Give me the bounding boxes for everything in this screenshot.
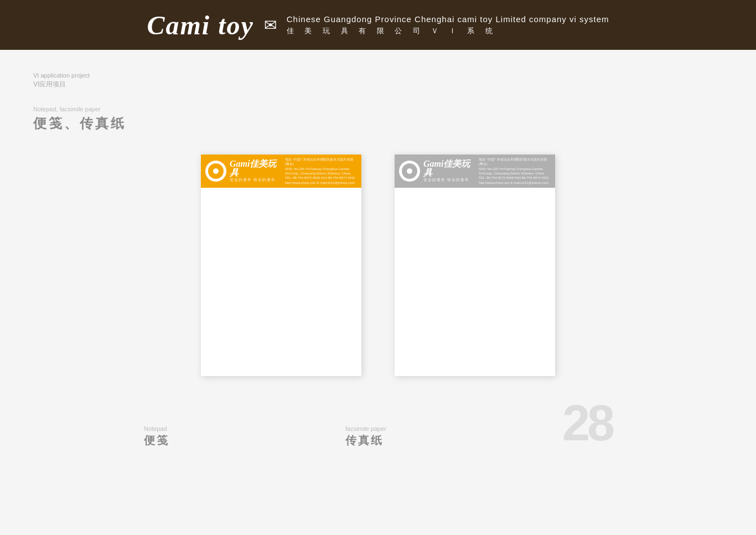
notepad-logo-inner <box>208 163 224 179</box>
page-number: 28 <box>562 398 612 448</box>
facsimile-logo-circle <box>399 161 420 182</box>
facsimile-caption-zh: 传真纸 <box>345 433 386 448</box>
brand-name: Cami toy <box>147 10 253 40</box>
notepad-title-en: Notepad, facsimile paper <box>33 106 723 112</box>
notepad-title-zh: 便笺、传真纸 <box>33 115 723 132</box>
notepad-section-title: Notepad, facsimile paper 便笺、传真纸 <box>33 106 723 132</box>
facsimile-contact: 地址: 中国广东省汕头市潮阳区新水大园天东领(舞台) ADD: No.220 Y… <box>479 157 551 185</box>
facsimile-document: Gami佳美玩具 安全的童年 快乐的童年 地址: 中国广东省汕头市潮阳区新水大园… <box>395 155 555 376</box>
documents-row: Gami佳美玩具 安全的童年 快乐的童年 地址: 中国广东省汕头市潮阳区新水大园… <box>33 155 723 376</box>
notepad-logo-dot <box>213 168 219 174</box>
facsimile-caption: facsimile paper 传真纸 <box>345 425 386 448</box>
header-text: Chinese Guangdong Province Chenghai cami… <box>287 14 609 36</box>
facsimile-brand-cami: Gami佳美玩具 <box>423 160 475 177</box>
facsimile-header: Gami佳美玩具 安全的童年 快乐的童年 地址: 中国广东省汕头市潮阳区新水大园… <box>395 155 555 188</box>
header-title-zh: 佳 美 玩 具 有 限 公 司 Ｖ Ｉ 系 统 <box>287 26 609 36</box>
facsimile-logo-inner <box>402 163 417 179</box>
header-title-en: Chinese Guangdong Province Chenghai cami… <box>287 14 609 24</box>
notepad-document: Gami佳美玩具 安全的童年 快乐的童年 地址: 中国广东省汕头市潮阳区新水大园… <box>201 155 361 376</box>
bottom-captions: Notepad 便笺 facsimile paper 传真纸 28 <box>33 398 723 448</box>
facsimile-logo-dot <box>407 168 412 174</box>
notepad-brand: Gami佳美玩具 安全的童年 快乐的童年 <box>230 160 282 183</box>
facsimile-paper: Gami佳美玩具 安全的童年 快乐的童年 地址: 中国广东省汕头市潮阳区新水大园… <box>395 155 555 376</box>
header-logo: Cami toy ✉ Chinese Guangdong Province Ch… <box>147 10 609 40</box>
main-content: VI application project VI应用项目 Notepad, f… <box>0 50 756 535</box>
notepad-brand-cami: Gami佳美玩具 <box>230 160 282 177</box>
notepad-logo-circle <box>205 161 226 182</box>
notepad-header: Gami佳美玩具 安全的童年 快乐的童年 地址: 中国广东省汕头市潮阳区新水大园… <box>201 155 361 188</box>
notepad-caption-zh: 便笺 <box>144 433 169 448</box>
notepad-caption-en: Notepad <box>144 425 169 432</box>
notepad-body <box>201 188 361 376</box>
notepad-caption: Notepad 便笺 <box>144 425 169 448</box>
notepad-paper: Gami佳美玩具 安全的童年 快乐的童年 地址: 中国广东省汕头市潮阳区新水大园… <box>201 155 361 376</box>
envelope-icon: ✉ <box>264 16 277 34</box>
header: Cami toy ✉ Chinese Guangdong Province Ch… <box>0 0 756 50</box>
facsimile-caption-en: facsimile paper <box>345 425 386 432</box>
vi-label-en: VI application project <box>33 72 723 79</box>
vi-section-label: VI application project VI应用项目 <box>33 72 723 89</box>
facsimile-slogan: 安全的童年 快乐的童年 <box>423 177 475 183</box>
notepad-slogan: 安全的童年 快乐的童年 <box>230 177 282 183</box>
vi-label-zh: VI应用项目 <box>33 80 723 89</box>
notepad-contact: 地址: 中国广东省汕头市潮阳区新水大园天东领(舞台) ADD: No.220 Y… <box>285 157 357 185</box>
facsimile-body <box>395 188 555 376</box>
facsimile-brand: Gami佳美玩具 安全的童年 快乐的童年 <box>423 160 475 183</box>
